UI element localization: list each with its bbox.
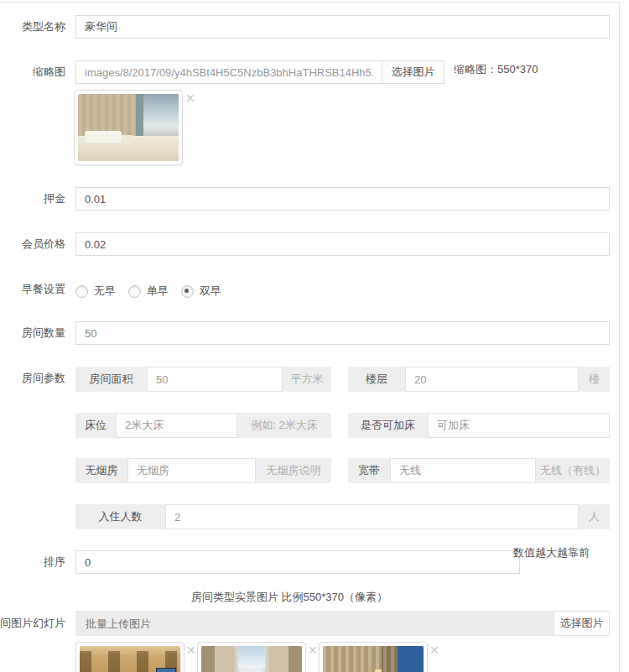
type-name-label: 类型名称 xyxy=(0,15,65,39)
room-type-edit-form: 类型名称 缩略图 选择图片 缩略图：550*370 ✕ 押金 会员价格 早餐设置… xyxy=(0,0,629,672)
room-params-label: 房间参数 xyxy=(0,367,65,390)
gallery-choose-image-button[interactable]: 选择图片 xyxy=(554,611,610,636)
param-bed-suffix: 例如: 2米大床 xyxy=(237,413,331,438)
radio-icon[interactable] xyxy=(128,285,141,298)
sort-hint: 数值越大越靠前 xyxy=(513,545,590,560)
type-name-input[interactable] xyxy=(75,15,610,39)
param-area-suffix: 平方米 xyxy=(283,367,331,392)
param-floor-label: 楼层 xyxy=(348,367,405,392)
thumbnail-size-hint: 缩略图：550*370 xyxy=(454,60,538,80)
breakfast-radio-group: 无早 单早 双早 xyxy=(75,284,234,299)
param-floor-suffix: 楼 xyxy=(579,367,610,392)
gallery-heading: 房间类型实景图片 比例550*370（像素） xyxy=(0,590,579,605)
panel-top-border xyxy=(0,2,621,3)
gallery-photo-3-remove-icon[interactable]: ✕ xyxy=(429,644,439,656)
room-count-label: 房间数量 xyxy=(0,321,65,345)
photo-curtain-texture xyxy=(323,646,398,672)
gallery-upload-bar: 选择图片 xyxy=(75,611,610,636)
param-no-smoking-suffix: 无烟房说明 xyxy=(256,458,331,483)
param-occupancy-label: 入住人数 xyxy=(75,504,165,529)
member-price-input[interactable] xyxy=(75,232,610,256)
gallery-photo-1-remove-icon[interactable]: ✕ xyxy=(186,644,196,656)
param-bed-group: 床位 例如: 2米大床 xyxy=(75,413,331,438)
param-broadband-suffix: 无线（有线） xyxy=(536,458,610,483)
sort-input[interactable] xyxy=(75,550,520,574)
gallery-upload-input[interactable] xyxy=(75,611,565,636)
param-broadband-input[interactable] xyxy=(390,458,536,483)
breakfast-option-double[interactable]: 双早 xyxy=(181,284,221,299)
gallery-photo-2 xyxy=(201,646,302,672)
radio-icon[interactable] xyxy=(181,285,194,298)
param-no-smoking-group: 无烟房 无烟房说明 xyxy=(75,458,331,483)
thumbnail-preview-frame xyxy=(74,90,183,165)
param-extra-bed-label: 是否可加床 xyxy=(348,413,428,438)
gallery-photo-frame xyxy=(197,642,306,672)
panel-right-border xyxy=(619,2,620,672)
gallery-photo-2-remove-icon[interactable]: ✕ xyxy=(308,644,318,656)
gallery-photo-frame xyxy=(75,642,185,672)
param-area-group: 房间面积 平方米 xyxy=(75,367,331,392)
breakfast-option-single[interactable]: 单早 xyxy=(128,284,169,299)
param-area-input[interactable] xyxy=(147,367,283,392)
radio-label: 双早 xyxy=(200,284,221,299)
member-price-label: 会员价格 xyxy=(0,232,65,256)
thumbnail-choose-image-button[interactable]: 选择图片 xyxy=(382,60,444,84)
radio-label: 单早 xyxy=(147,284,169,299)
param-no-smoking-label: 无烟房 xyxy=(75,458,127,483)
param-broadband-label: 宽带 xyxy=(348,458,390,483)
thumbnail-remove-icon[interactable]: ✕ xyxy=(185,92,195,104)
param-occupancy-input[interactable] xyxy=(165,504,579,529)
param-area-label: 房间面积 xyxy=(75,367,147,392)
param-bed-input[interactable] xyxy=(116,413,237,438)
thumbnail-label: 缩略图 xyxy=(0,60,65,84)
breakfast-option-none[interactable]: 无早 xyxy=(75,284,116,299)
param-floor-group: 楼层 楼 xyxy=(348,367,610,392)
gallery-label: 房间图片幻灯片 xyxy=(0,611,65,635)
gallery-photo-frame xyxy=(319,642,428,672)
param-floor-input[interactable] xyxy=(405,367,579,392)
photo-pillows xyxy=(85,131,122,143)
param-extra-bed-input[interactable] xyxy=(428,413,610,438)
photo-tv xyxy=(156,668,176,672)
thumbnail-path-input[interactable] xyxy=(75,60,382,84)
param-bed-label: 床位 xyxy=(75,413,116,438)
radio-icon[interactable] xyxy=(75,285,88,298)
param-occupancy-suffix: 人 xyxy=(579,504,610,529)
sort-label: 排序 xyxy=(0,550,65,574)
photo-window xyxy=(238,646,265,668)
param-extra-bed-group: 是否可加床 xyxy=(348,413,610,438)
deposit-input[interactable] xyxy=(75,187,610,211)
param-broadband-group: 宽带 无线（有线） xyxy=(348,458,610,483)
room-count-input[interactable] xyxy=(75,321,610,345)
param-occupancy-group: 入住人数 人 xyxy=(75,504,610,529)
gallery-photo-1 xyxy=(80,646,180,672)
breakfast-label: 早餐设置 xyxy=(0,278,65,301)
radio-label: 无早 xyxy=(94,284,116,299)
thumbnail-preview-image xyxy=(78,94,179,161)
deposit-label: 押金 xyxy=(0,187,65,211)
gallery-photo-3 xyxy=(323,646,424,672)
param-no-smoking-input[interactable] xyxy=(127,458,256,483)
